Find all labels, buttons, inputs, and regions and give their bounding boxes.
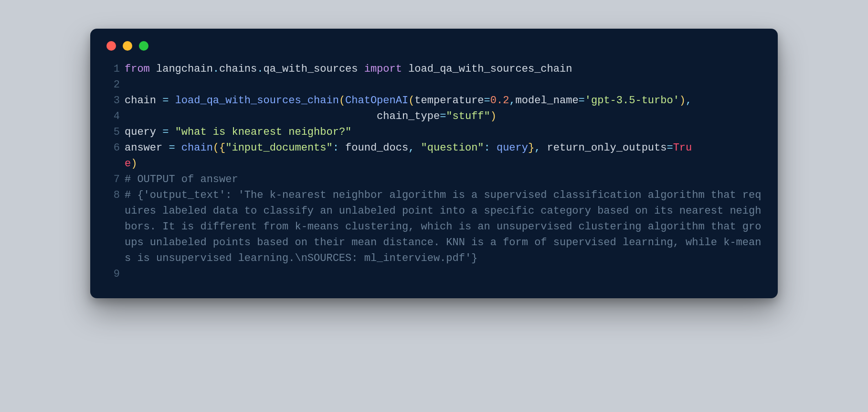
line-number: 3 (104, 93, 125, 108)
code-line-1: 1 from langchain.chains.qa_with_sources … (104, 61, 764, 77)
code-text: query = "what is knearest neighbor?" (125, 124, 764, 140)
code-text: chain_type="stuff") (125, 108, 764, 124)
code-window: 1 from langchain.chains.qa_with_sources … (90, 29, 778, 298)
code-text: answer = chain({"input_documents": found… (125, 140, 764, 156)
line-number: 6 (104, 140, 125, 156)
code-line-3: 3 chain = load_qa_with_sources_chain(Cha… (104, 93, 764, 108)
code-text: # OUTPUT of answer (125, 172, 764, 187)
line-number: 9 (104, 266, 125, 282)
code-line-6: 6 answer = chain({"input_documents": fou… (104, 140, 764, 156)
code-text: # {'output_text': 'The k-nearest neighbo… (125, 187, 764, 266)
code-block[interactable]: 1 from langchain.chains.qa_with_sources … (104, 61, 764, 282)
code-line-5: 5 query = "what is knearest neighbor?" (104, 124, 764, 140)
line-number: 2 (104, 77, 125, 93)
line-number: 8 (104, 187, 125, 203)
code-line-9: 9 (104, 266, 764, 282)
line-number: 5 (104, 124, 125, 140)
code-line-4: 4 chain_type="stuff") (104, 108, 764, 124)
close-icon[interactable] (106, 41, 116, 51)
code-line-2: 2 (104, 77, 764, 93)
code-text (125, 77, 764, 93)
code-line-6-wrap: e) (104, 156, 764, 172)
code-text: chain = load_qa_with_sources_chain(ChatO… (125, 93, 764, 108)
line-number: 1 (104, 61, 125, 77)
code-text: from langchain.chains.qa_with_sources im… (125, 61, 764, 77)
code-line-8: 8 # {'output_text': 'The k-nearest neigh… (104, 187, 764, 266)
code-line-7: 7 # OUTPUT of answer (104, 172, 764, 187)
code-text (125, 266, 764, 282)
line-number: 4 (104, 108, 125, 124)
window-traffic-lights (104, 41, 764, 51)
line-number: 7 (104, 172, 125, 187)
zoom-icon[interactable] (139, 41, 148, 51)
minimize-icon[interactable] (123, 41, 132, 51)
